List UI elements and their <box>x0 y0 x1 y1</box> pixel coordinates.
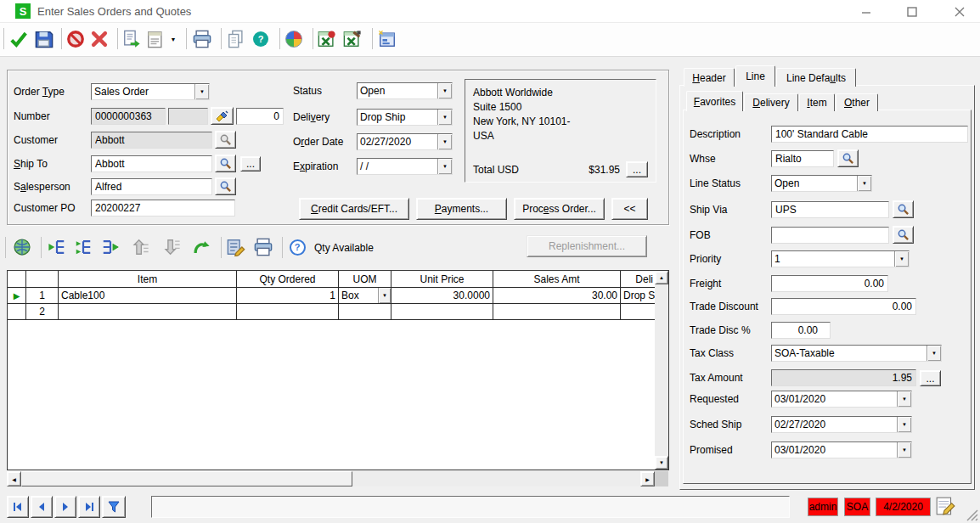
whse-lookup-button[interactable] <box>837 149 859 167</box>
fob-field[interactable] <box>771 227 889 244</box>
credit-cards-button[interactable]: Credit Cards/EFT... <box>299 198 409 220</box>
tab-item[interactable]: Item <box>799 93 835 111</box>
apply-row-icon[interactable] <box>191 237 211 257</box>
qty-ordered-cell[interactable] <box>237 304 339 319</box>
uom-cell[interactable]: Box ▼ <box>339 288 391 303</box>
chevron-down-icon[interactable]: ▼ <box>194 84 209 99</box>
memo-icon[interactable] <box>145 29 166 49</box>
tab-favorites[interactable]: Favorites <box>686 91 743 111</box>
ship-via-field[interactable] <box>771 201 889 218</box>
line-status-select[interactable]: Open ▼ <box>771 175 872 192</box>
print-icon[interactable] <box>192 29 212 49</box>
copy-row-icon[interactable] <box>73 237 93 257</box>
expiration-picker[interactable]: / / ▼ <box>357 158 453 175</box>
tab-delivery[interactable]: Delivery <box>744 93 798 111</box>
ship-to-field[interactable] <box>91 155 212 172</box>
grid-vscrollbar[interactable] <box>655 271 668 470</box>
sage-web-icon[interactable] <box>284 29 304 49</box>
customer-po-field[interactable] <box>91 200 235 217</box>
fob-lookup-button[interactable] <box>893 226 914 244</box>
payments-button[interactable]: Payments... <box>416 198 507 220</box>
nav-next-button[interactable] <box>54 496 76 518</box>
chevron-down-icon[interactable]: ▼ <box>926 346 941 361</box>
item-cell[interactable]: Cable100 <box>59 288 237 303</box>
cancel-icon[interactable] <box>65 29 86 49</box>
nav-last-button[interactable] <box>78 496 100 518</box>
copy-icon[interactable] <box>226 29 246 49</box>
ship-via-lookup-button[interactable] <box>893 200 914 218</box>
close-icon[interactable] <box>949 2 970 22</box>
requested-date-picker[interactable]: 03/01/2020 ▼ <box>771 391 912 408</box>
uom-cell[interactable] <box>339 304 391 319</box>
number-lookup-button[interactable] <box>211 107 234 125</box>
chevron-down-icon[interactable]: ▼ <box>437 110 452 125</box>
delivery-cell[interactable] <box>621 304 656 319</box>
export-grid-tools-icon[interactable] <box>342 29 363 49</box>
window-options-icon[interactable] <box>377 29 397 49</box>
maximize-icon[interactable] <box>902 2 922 22</box>
scroll-up-icon[interactable]: ▲ <box>655 271 668 284</box>
promised-date-picker[interactable]: 03/01/2020 ▼ <box>771 441 912 458</box>
sched-ship-date-picker[interactable]: 02/27/2020 ▼ <box>771 416 912 433</box>
customer-lookup-button[interactable] <box>215 131 236 149</box>
collapse-panel-button[interactable]: << <box>611 198 648 220</box>
delete-icon[interactable] <box>89 29 110 49</box>
resize-grip-icon[interactable] <box>963 506 978 521</box>
uom-dropdown-icon[interactable]: ▼ <box>378 288 391 303</box>
chevron-down-icon[interactable]: ▼ <box>897 417 911 432</box>
grid-help-icon[interactable]: ? <box>287 237 307 257</box>
search-filter-button[interactable] <box>102 496 126 518</box>
minimize-icon[interactable] <box>856 2 876 22</box>
chevron-down-icon[interactable]: ▼ <box>894 251 909 267</box>
nav-first-button[interactable] <box>7 496 29 518</box>
chevron-down-icon[interactable]: ▼ <box>857 176 871 191</box>
tab-line-defaults[interactable]: Line Defaults <box>776 68 856 87</box>
move-row-icon[interactable] <box>100 237 121 257</box>
total-detail-button[interactable]: ... <box>626 161 648 177</box>
accept-icon[interactable] <box>8 29 29 49</box>
quick-row-edit-icon[interactable] <box>226 237 246 257</box>
session-memo-icon[interactable] <box>934 495 956 517</box>
sales-amt-cell[interactable] <box>493 304 621 319</box>
tax-detail-button[interactable]: ... <box>920 370 941 386</box>
help-icon[interactable]: ? <box>251 29 271 49</box>
copy-order-icon[interactable] <box>121 29 142 49</box>
item-cell[interactable] <box>59 304 237 319</box>
order-type-select[interactable]: Sales Order ▼ <box>91 83 210 100</box>
tax-class-select[interactable]: SOA-Taxable ▼ <box>771 345 942 362</box>
delivery-cell[interactable]: Drop S <box>621 288 656 303</box>
unit-price-cell[interactable] <box>391 304 493 319</box>
scroll-down-icon[interactable]: ▼ <box>655 456 668 470</box>
delivery-select[interactable]: Drop Ship ▼ <box>357 109 453 126</box>
priority-select[interactable]: 1 ▼ <box>771 250 910 267</box>
salesperson-lookup-button[interactable] <box>215 177 236 195</box>
ship-to-more-button[interactable]: ... <box>240 156 261 172</box>
chevron-down-icon[interactable]: ▼ <box>437 134 452 149</box>
item-web-icon[interactable] <box>12 237 32 257</box>
chevron-down-icon[interactable]: ▼ <box>897 442 911 458</box>
unit-price-cell[interactable]: 30.0000 <box>391 288 493 303</box>
export-grid-report-icon[interactable] <box>317 29 337 49</box>
order-date-picker[interactable]: 02/27/2020 ▼ <box>357 133 453 150</box>
salesperson-field[interactable] <box>91 178 212 195</box>
tab-line[interactable]: Line <box>735 65 775 87</box>
trade-disc-pct-field[interactable] <box>771 322 831 339</box>
scroll-right-icon[interactable]: ▶ <box>640 471 655 486</box>
chevron-down-icon[interactable]: ▼ <box>437 83 452 98</box>
whse-field[interactable] <box>771 150 834 167</box>
process-order-button[interactable]: Process Order... <box>514 198 605 220</box>
scroll-left-icon[interactable]: ◀ <box>7 471 21 486</box>
hscroll-thumb[interactable] <box>21 471 352 486</box>
tab-other[interactable]: Other <box>836 93 878 111</box>
save-icon[interactable] <box>34 29 54 49</box>
chevron-down-icon[interactable]: ▼ <box>437 159 452 174</box>
description-field[interactable] <box>771 126 968 143</box>
ship-to-lookup-button[interactable] <box>215 155 236 172</box>
memo-dropdown-icon[interactable]: ▼ <box>167 29 179 49</box>
sales-amt-cell[interactable]: 30.00 <box>493 288 621 303</box>
trade-discount-field[interactable] <box>771 298 916 315</box>
insert-row-icon[interactable] <box>47 237 67 257</box>
status-select[interactable]: Open ▼ <box>357 82 453 99</box>
tab-header[interactable]: Header <box>684 68 735 87</box>
chevron-down-icon[interactable]: ▼ <box>897 391 911 407</box>
